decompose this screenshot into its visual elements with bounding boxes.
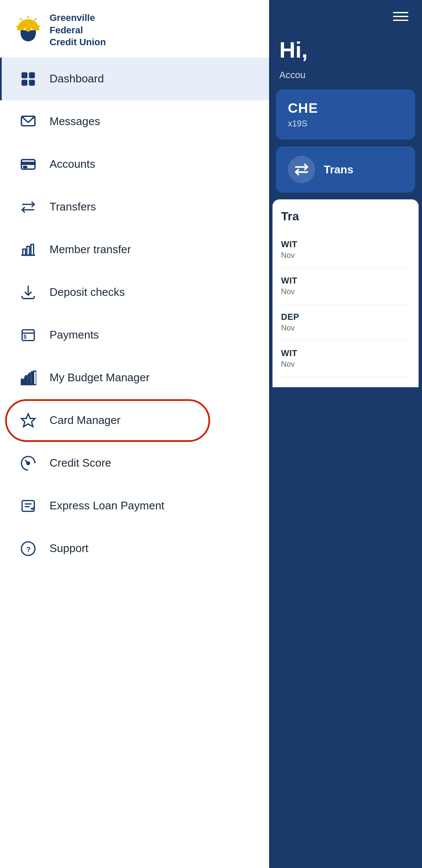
accounts-label: Accounts <box>50 158 95 171</box>
hamburger-button[interactable] <box>390 9 412 24</box>
logo-graphic <box>13 15 44 46</box>
transfer-icon-circle <box>288 156 315 183</box>
hamburger-line-3 <box>393 20 408 21</box>
transaction-date-1: Nov <box>281 251 410 260</box>
svg-rect-29 <box>28 374 30 385</box>
sidebar-item-dashboard[interactable]: Dashboard <box>0 58 269 100</box>
sidebar-item-payments[interactable]: $ Payments <box>0 314 269 357</box>
svg-marker-31 <box>21 414 35 427</box>
svg-line-3 <box>34 18 36 20</box>
card-manager-label: Card Manager <box>50 414 120 427</box>
svg-line-4 <box>38 26 40 27</box>
svg-point-1 <box>25 26 31 32</box>
messages-icon <box>19 112 38 131</box>
sidebar-item-messages[interactable]: Messages <box>0 100 269 143</box>
transaction-type-4: WIT <box>281 348 410 358</box>
transaction-item-2[interactable]: WIT Nov <box>281 268 410 304</box>
express-loan-icon <box>19 497 38 515</box>
svg-rect-13 <box>21 162 35 164</box>
transaction-date-4: Nov <box>281 360 410 369</box>
sidebar-item-card-manager[interactable]: Card Manager <box>0 399 269 442</box>
account-label: Accou <box>269 70 422 89</box>
deposit-checks-icon <box>19 283 38 302</box>
transfer-arrows-icon <box>294 162 309 177</box>
svg-line-6 <box>16 26 19 27</box>
sidebar-item-deposit-checks[interactable]: Deposit checks <box>0 271 269 314</box>
page-container: Greenville Federal Credit Union Dashboar… <box>0 0 422 868</box>
right-header <box>269 0 422 33</box>
svg-rect-27 <box>21 380 23 385</box>
logo-text: Greenville Federal Credit Union <box>50 12 106 49</box>
checking-title: CHE <box>288 100 403 116</box>
svg-rect-8 <box>29 73 34 78</box>
dashboard-icon <box>19 70 38 88</box>
svg-rect-9 <box>22 80 27 85</box>
credit-score-label: Credit Score <box>50 456 111 470</box>
hamburger-line-1 <box>393 12 408 13</box>
nav-list: Dashboard Messages Accounts <box>0 58 269 868</box>
hamburger-line-2 <box>393 16 408 17</box>
payments-icon: $ <box>19 326 38 345</box>
svg-line-5 <box>20 18 22 20</box>
transaction-date-2: Nov <box>281 287 410 296</box>
svg-point-32 <box>27 462 29 465</box>
transaction-type-2: WIT <box>281 276 410 286</box>
svg-rect-30 <box>32 372 34 385</box>
card-manager-icon <box>19 411 38 430</box>
accounts-icon <box>19 155 38 174</box>
sidebar-item-transfers[interactable]: Transfers <box>0 186 269 228</box>
transfer-card[interactable]: Trans <box>276 146 415 193</box>
budget-manager-label: My Budget Manager <box>50 371 149 384</box>
sidebar-item-credit-score[interactable]: Credit Score <box>0 442 269 485</box>
deposit-checks-label: Deposit checks <box>50 286 125 299</box>
greeting-text: Hi, <box>269 33 422 70</box>
transfers-icon <box>19 198 38 216</box>
transaction-date-3: Nov <box>281 324 410 333</box>
transaction-type-3: DEP <box>281 312 410 322</box>
svg-rect-16 <box>23 249 25 255</box>
sidebar-item-member-transfer[interactable]: Member transfer <box>0 228 269 271</box>
svg-rect-17 <box>27 246 29 255</box>
transfer-label: Trans <box>324 163 353 176</box>
sidebar: Greenville Federal Credit Union Dashboar… <box>0 0 269 868</box>
sidebar-item-accounts[interactable]: Accounts <box>0 143 269 186</box>
svg-rect-10 <box>29 80 34 85</box>
transaction-item-4[interactable]: WIT Nov <box>281 341 410 377</box>
credit-score-icon <box>19 454 38 473</box>
support-icon: ? <box>19 539 38 558</box>
budget-icon <box>19 368 38 387</box>
transfers-label: Transfers <box>50 200 96 213</box>
right-panel: Hi, Accou CHE x19S Trans Tra WIT Nov <box>269 0 422 868</box>
transactions-title: Tra <box>281 210 410 223</box>
transaction-item-1[interactable]: WIT Nov <box>281 232 410 268</box>
transaction-type-1: WIT <box>281 240 410 249</box>
svg-rect-18 <box>31 244 33 255</box>
sidebar-item-express-loan[interactable]: Express Loan Payment <box>0 485 269 527</box>
member-transfer-icon <box>19 240 38 259</box>
svg-rect-28 <box>25 377 27 384</box>
messages-label: Messages <box>50 115 100 128</box>
transactions-section: Tra WIT Nov WIT Nov DEP Nov WIT Nov <box>273 199 419 387</box>
member-transfer-label: Member transfer <box>50 243 131 256</box>
sidebar-item-budget-manager[interactable]: My Budget Manager <box>0 357 269 399</box>
checking-card[interactable]: CHE x19S <box>276 89 415 140</box>
payments-label: Payments <box>50 328 99 342</box>
svg-rect-7 <box>22 73 27 78</box>
svg-text:?: ? <box>26 545 31 554</box>
checking-number: x19S <box>288 119 403 129</box>
sidebar-logo: Greenville Federal Credit Union <box>0 0 269 58</box>
express-loan-label: Express Loan Payment <box>50 499 164 512</box>
support-label: Support <box>50 542 88 555</box>
sidebar-item-support[interactable]: ? Support <box>0 527 269 570</box>
dashboard-label: Dashboard <box>50 72 104 85</box>
transaction-item-3[interactable]: DEP Nov <box>281 304 410 341</box>
svg-text:$: $ <box>23 334 26 340</box>
svg-rect-14 <box>23 167 27 168</box>
